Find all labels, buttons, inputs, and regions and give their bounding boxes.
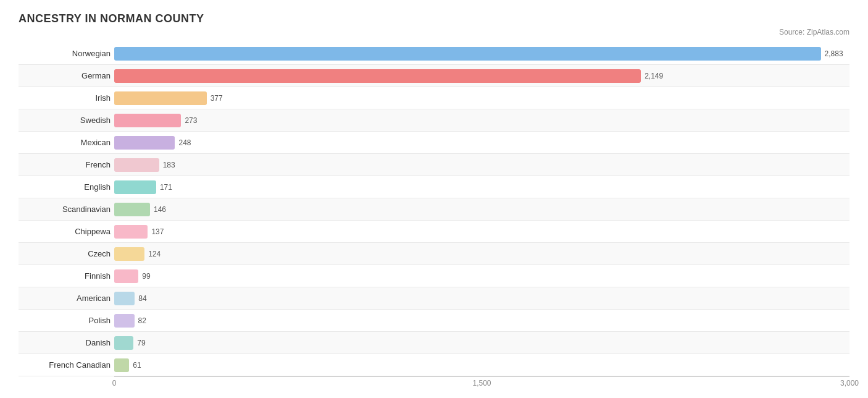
bar-container: 273 bbox=[114, 114, 849, 127]
bar-row: English171 bbox=[19, 176, 849, 198]
bar-label: American bbox=[19, 294, 114, 303]
x-tick: 3,000 bbox=[840, 379, 859, 387]
bar-label: Polish bbox=[19, 316, 114, 325]
bar bbox=[114, 158, 159, 172]
bar-row: Swedish273 bbox=[19, 109, 849, 132]
bar-container: 84 bbox=[114, 292, 849, 305]
bar-row: Scandinavian146 bbox=[19, 198, 849, 221]
bar bbox=[114, 114, 181, 127]
bar-row: Danish79 bbox=[19, 332, 849, 354]
bar-container: 99 bbox=[114, 269, 849, 283]
bar bbox=[114, 314, 135, 328]
bar bbox=[114, 47, 821, 61]
bar bbox=[114, 203, 150, 216]
bar-label: Norwegian bbox=[19, 49, 114, 58]
bar-container: 248 bbox=[114, 136, 849, 150]
bar bbox=[114, 91, 207, 105]
bar-value-label: 171 bbox=[160, 183, 172, 192]
bar-label: English bbox=[19, 182, 114, 192]
bar-container: 183 bbox=[114, 158, 849, 172]
bar-container: 61 bbox=[114, 358, 849, 372]
bar-row: Irish377 bbox=[19, 87, 849, 109]
bar-label: Czech bbox=[19, 249, 114, 258]
bar-row: Chippewa137 bbox=[19, 221, 849, 243]
bar-value-label: 99 bbox=[142, 272, 150, 281]
bar-value-label: 248 bbox=[178, 138, 191, 147]
bar bbox=[114, 336, 133, 350]
bar bbox=[114, 247, 144, 261]
bar-value-label: 273 bbox=[185, 116, 197, 125]
bar-label: French bbox=[19, 160, 114, 169]
bar-value-label: 2,883 bbox=[825, 49, 843, 58]
bar bbox=[114, 136, 175, 150]
bar-row: French Canadian61 bbox=[19, 354, 849, 376]
bar-container: 2,149 bbox=[114, 69, 849, 83]
bar-value-label: 137 bbox=[151, 227, 164, 236]
bar-value-label: 183 bbox=[163, 161, 175, 169]
bar-row: French183 bbox=[19, 154, 849, 176]
bar-row: Mexican248 bbox=[19, 132, 849, 154]
bar-label: Irish bbox=[19, 93, 114, 103]
bar-container: 82 bbox=[114, 314, 849, 328]
bar-value-label: 82 bbox=[138, 316, 146, 325]
bar-row: Norwegian2,883 bbox=[19, 43, 849, 65]
bar bbox=[114, 69, 641, 83]
bar-value-label: 124 bbox=[148, 250, 161, 258]
bar bbox=[114, 269, 138, 283]
bar-label: French Canadian bbox=[19, 360, 114, 370]
bar-label: Danish bbox=[19, 338, 114, 347]
chart-area: Norwegian2,883German2,149Irish377Swedish… bbox=[19, 43, 849, 391]
x-tick: 1,500 bbox=[472, 379, 491, 387]
bar-container: 2,883 bbox=[114, 47, 849, 61]
bar bbox=[114, 180, 156, 194]
bar-label: German bbox=[19, 71, 114, 80]
source-label: Source: ZipAtlas.com bbox=[19, 28, 849, 36]
bar-row: Finnish99 bbox=[19, 265, 849, 287]
bar-label: Swedish bbox=[19, 116, 114, 125]
bar-container: 146 bbox=[114, 203, 849, 216]
bar bbox=[114, 292, 135, 305]
bar bbox=[114, 225, 148, 239]
bar-value-label: 84 bbox=[138, 294, 146, 303]
chart-title: ANCESTRY IN NORMAN COUNTY bbox=[19, 12, 849, 25]
bar-row: American84 bbox=[19, 287, 849, 310]
bar-label: Finnish bbox=[19, 271, 114, 281]
bar-container: 137 bbox=[114, 225, 849, 239]
bar-row: Polish82 bbox=[19, 310, 849, 332]
bar-label: Scandinavian bbox=[19, 205, 114, 214]
bar-value-label: 377 bbox=[211, 94, 223, 103]
bar-label: Mexican bbox=[19, 138, 114, 147]
bar bbox=[114, 358, 129, 372]
bar-row: German2,149 bbox=[19, 65, 849, 87]
bar-value-label: 79 bbox=[137, 339, 145, 347]
x-axis: 01,5003,000 bbox=[114, 376, 849, 391]
bar-row: Czech124 bbox=[19, 243, 849, 265]
bar-container: 171 bbox=[114, 180, 849, 194]
x-tick: 0 bbox=[112, 379, 117, 387]
bar-label: Chippewa bbox=[19, 227, 114, 236]
bar-container: 377 bbox=[114, 91, 849, 105]
bar-container: 124 bbox=[114, 247, 849, 261]
bar-container: 79 bbox=[114, 336, 849, 350]
bar-value-label: 146 bbox=[154, 205, 166, 214]
bar-value-label: 2,149 bbox=[645, 72, 663, 80]
bar-value-label: 61 bbox=[133, 361, 141, 370]
